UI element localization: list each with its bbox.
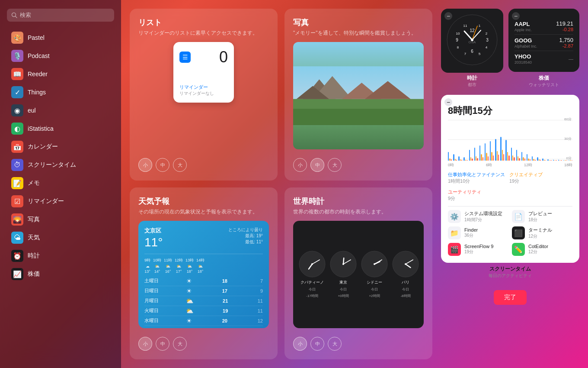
- chart-bar: [463, 157, 464, 161]
- day-icon: ⛅: [186, 307, 193, 314]
- stock-row: YHOO 20318540 —: [514, 51, 573, 67]
- sidebar-item-istatistica[interactable]: ◐iStatistica: [3, 119, 118, 138]
- chart-bar: [481, 154, 482, 161]
- clock-label: 時計: [28, 252, 40, 260]
- sidebar-item-clock[interactable]: ⏰時計: [3, 247, 118, 265]
- app-usage-name: CotEditor: [528, 244, 548, 249]
- chart-bar: [521, 152, 522, 161]
- sidebar-item-calendar[interactable]: 📅カレンダー: [3, 138, 118, 156]
- svg-text:5: 5: [479, 52, 481, 56]
- day-icon: ☀: [186, 317, 192, 324]
- worldclock-face: [392, 250, 419, 278]
- stock-info: GOOG Alphabet Inc.: [514, 37, 537, 48]
- weather-size-medium[interactable]: 中: [156, 337, 169, 351]
- hour-icon: ⛅: [187, 264, 192, 268]
- worldclock-face: [361, 250, 388, 278]
- photo-size-large[interactable]: 大: [328, 158, 342, 172]
- app-usage-info: CotEditor 12分: [528, 244, 548, 255]
- sidebar: 検索 🎨Pastel🎙️Podcast📖Reeder✓Things◉eul◐iS…: [0, 0, 121, 368]
- weather-hour-item: 10時⛅14°: [153, 258, 161, 274]
- reminder-size-medium[interactable]: 中: [156, 158, 169, 172]
- weather-widget-desc: その場所の現在の気象状況と予報を表示できます。: [138, 208, 269, 216]
- weather-size-small[interactable]: 小: [138, 337, 152, 351]
- done-button[interactable]: 完了: [494, 290, 527, 305]
- chart-bar: [527, 154, 527, 161]
- cat-name: 仕事効率化とファイナンス: [448, 172, 505, 177]
- screentime-footer-sub: 毎日のアクティビティ: [441, 273, 579, 279]
- hour-time: 11時: [164, 258, 172, 263]
- svg-text:1: 1: [479, 24, 481, 28]
- app-usage-info: ターミナル 12分: [528, 227, 552, 239]
- clock-day: 今日: [402, 287, 409, 292]
- chart-bar: [502, 150, 503, 161]
- chart-bar: [542, 158, 543, 161]
- sidebar-item-pastel[interactable]: 🎨Pastel: [3, 29, 118, 47]
- chart-bar-group: [532, 156, 536, 161]
- photo-size-small[interactable]: 小: [293, 158, 307, 172]
- hour-icon: ⛅: [166, 264, 170, 268]
- pastel-icon: 🎨: [11, 32, 23, 44]
- app-usage-time: 36分: [464, 232, 478, 239]
- reminder-widget-desc: リマインダーのリストに素早くアクセスできます。: [138, 29, 269, 37]
- weather-daily: 土曜日☀187日曜日☀179月曜日⛅2111火曜日⛅1911水曜日☀2012: [144, 276, 263, 326]
- sidebar-item-podcast[interactable]: 🎙️Podcast: [3, 47, 118, 65]
- sidebar-item-stocks[interactable]: 📈株価: [3, 265, 118, 283]
- weather-hourly: 9時☁13°10時⛅14°11時⛅16°12時⛅17°13時⛅18°14時⛅18…: [144, 254, 263, 274]
- stocks-remove-button[interactable]: −: [512, 12, 520, 20]
- sidebar-item-reeder[interactable]: 📖Reeder: [3, 65, 118, 83]
- screentime-remove-button[interactable]: −: [444, 98, 452, 106]
- day-low: 9: [254, 288, 263, 294]
- app-usage-item: 🎬 ScreenFlow 9 19分: [448, 243, 508, 256]
- worldclock-size-medium[interactable]: 中: [310, 337, 324, 351]
- worldclock-size-small[interactable]: 小: [293, 337, 307, 351]
- chart-bar: [544, 160, 545, 161]
- chart-bar: [569, 160, 569, 161]
- photo-size-medium[interactable]: 中: [310, 158, 324, 172]
- weather-size-large[interactable]: 大: [173, 337, 187, 351]
- sidebar-item-memo[interactable]: 📝メモ: [3, 174, 118, 192]
- chart-bar: [460, 159, 461, 161]
- sidebar-item-eul[interactable]: ◉eul: [3, 101, 118, 119]
- chart-bar: [516, 150, 517, 161]
- chart-bar: [469, 150, 470, 161]
- sidebar-items: 🎨Pastel🎙️Podcast📖Reeder✓Things◉eul◐iStat…: [0, 29, 121, 283]
- sidebar-item-reminder[interactable]: ☑リマインダー: [3, 192, 118, 210]
- sidebar-item-weather[interactable]: 🌤天気: [3, 229, 118, 247]
- app-usage-name: システム環境設定: [464, 210, 502, 217]
- stock-change: —: [569, 56, 573, 61]
- clock-city-name: クパティーノ: [300, 280, 324, 285]
- worldclock-size-large[interactable]: 大: [328, 337, 342, 351]
- chart-bar: [486, 153, 487, 161]
- chart-bar-group: [458, 156, 462, 161]
- day-icon: ⛅: [186, 297, 193, 304]
- sidebar-item-things[interactable]: ✓Things: [3, 83, 118, 101]
- chart-time-6: 6時: [486, 162, 492, 168]
- photo-preview: [293, 42, 424, 149]
- clock-city-name: 東京: [339, 280, 347, 285]
- sidebar-item-photo[interactable]: 🌄写真: [3, 210, 118, 229]
- svg-text:11: 11: [463, 24, 467, 28]
- weather-day-row: 水曜日☀2012: [144, 316, 263, 326]
- photo-label: 写真: [28, 216, 40, 223]
- chart-bar: [500, 137, 501, 161]
- chart-bar: [565, 160, 566, 161]
- reminder-size-small[interactable]: 小: [138, 158, 152, 172]
- sidebar-item-screentime[interactable]: ⏱スクリーンタイム: [3, 156, 118, 174]
- weather-low: 最低: 11°: [228, 239, 263, 245]
- app-usage-info: ScreenFlow 9 19分: [464, 244, 493, 255]
- chart-bar-group: [563, 160, 567, 161]
- search-box[interactable]: 検索: [7, 9, 114, 22]
- reminder-list-icon: ☰: [179, 52, 191, 63]
- clock-label: 時計 都市: [467, 74, 477, 88]
- clock-remove-button[interactable]: −: [444, 12, 452, 20]
- day-name: 土曜日: [144, 278, 160, 284]
- chart-bar: [554, 160, 555, 161]
- chart-bar: [558, 160, 559, 161]
- day-name: 火曜日: [144, 307, 160, 314]
- weather-hour-item: 9時☁13°: [144, 258, 150, 274]
- worldclock-face: [298, 250, 326, 278]
- reminder-size-large[interactable]: 大: [173, 158, 187, 172]
- chart-bar: [508, 155, 509, 161]
- stock-company: 20318540: [514, 60, 532, 65]
- reminder-widget-title: リスト: [138, 17, 269, 28]
